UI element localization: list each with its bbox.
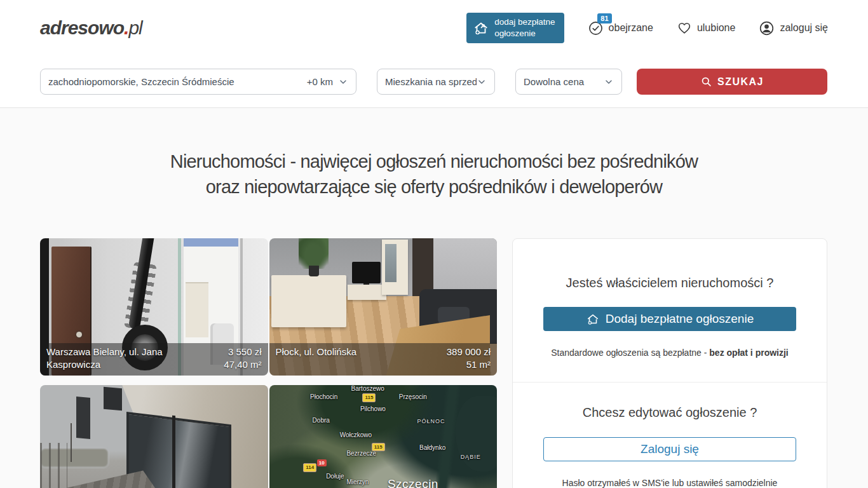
login-link[interactable]: zaloguj się (758, 20, 828, 37)
listing-price: 3 550 zł (224, 346, 261, 358)
add-free-listing-button[interactable]: Dodaj bezpłatne ogłoszenie (543, 307, 796, 331)
search-button[interactable]: SZUKAJ (637, 69, 827, 95)
logo-name: adresowo (40, 17, 124, 38)
favorites-label: ulubione (697, 22, 736, 34)
house-plus-icon (473, 20, 489, 36)
listing-card[interactable]: Płock, ul. Otolińska 389 000 zł 51 m² (269, 238, 498, 376)
viewed-label: obejrzane (609, 22, 653, 34)
top-actions: dodaj bezpłatne ogłoszenie 81 obejrzane … (466, 13, 828, 43)
category-value: Mieszkania na sprzeda (385, 76, 477, 87)
search-button-label: SZUKAJ (717, 76, 764, 88)
listing-card[interactable]: Łańcut, ul. Jana Pawła II 5 500 zł (40, 385, 268, 488)
chevron-down-icon (338, 77, 348, 87)
main-content: Nieruchomości - najwięcej ogłoszeń nieru… (0, 108, 868, 488)
listing-price: 389 000 zł (447, 346, 491, 358)
add-free-listing-label: Dodaj bezpłatne ogłoszenie (606, 312, 754, 326)
add-listing-label: dodaj bezpłatne ogłoszenie (494, 17, 555, 39)
search-bar: zachodniopomorskie, Szczecin Śródmieście… (0, 69, 868, 107)
listing-caption: Płock, ul. Otolińska 389 000 zł 51 m² (269, 343, 498, 376)
listing-card[interactable]: Bartoszewo Przęsocin Pilchowo PÓŁNOC Dob… (269, 385, 498, 488)
listing-location: Płock, ul. Otolińska (276, 346, 357, 371)
location-value: zachodniopomorskie, Szczecin Śródmieście (48, 76, 234, 87)
viewed-link[interactable]: 81 obejrzane (587, 20, 653, 37)
edit-note: Hasło otrzymałeś w SMS'ie lub ustawiłeś … (543, 478, 796, 488)
chevron-down-icon (604, 77, 614, 87)
login-label: zaloguj się (780, 22, 828, 34)
page-title: Nieruchomości - najwięcej ogłoszeń nieru… (0, 108, 868, 200)
logo-tld: pl (128, 17, 142, 38)
edit-section: Chcesz edytować ogłoszenie ? Zaloguj się… (513, 382, 827, 488)
category-select[interactable]: Mieszkania na sprzeda (377, 69, 495, 95)
listings-grid: Warszawa Bielany, ul. Jana Kasprowicza 3… (40, 238, 497, 488)
listing-area: 47,40 m² (224, 358, 261, 371)
listing-caption: Warszawa Bielany, ul. Jana Kasprowicza 3… (40, 343, 268, 376)
login-button[interactable]: Zaloguj się (543, 437, 796, 461)
radius-value: +0 km (307, 76, 338, 87)
owner-section: Jesteś właścicielem nieruchomości ? Doda… (513, 239, 827, 382)
topbar: adresowo.pl dodaj bezpłatne ogłoszenie (0, 0, 868, 56)
edit-title: Chcesz edytować ogłoszenie ? (543, 405, 796, 420)
heart-icon (676, 20, 693, 36)
chevron-down-icon (477, 77, 487, 87)
house-plus-icon (586, 312, 600, 326)
login-button-label: Zaloguj się (641, 442, 699, 456)
price-value: Dowolna cena (524, 76, 604, 87)
add-listing-button[interactable]: dodaj bezpłatne ogłoszenie (466, 13, 564, 43)
logo[interactable]: adresowo.pl (40, 17, 142, 39)
map-city-label: Szczecin (388, 477, 438, 488)
listing-location: Warszawa Bielany, ul. Jana Kasprowicza (46, 346, 183, 371)
favorites-link[interactable]: ulubione (676, 20, 736, 36)
check-circle-icon: 81 (587, 20, 604, 37)
price-select[interactable]: Dowolna cena (515, 69, 622, 95)
search-icon (700, 76, 712, 88)
location-input[interactable]: zachodniopomorskie, Szczecin Śródmieście… (40, 69, 356, 95)
sidebar-panel: Jesteś właścicielem nieruchomości ? Doda… (512, 238, 827, 488)
owner-note: Standardowe ogłoszenia są bezpłatne - be… (543, 348, 796, 358)
listing-area: 51 m² (447, 358, 491, 371)
viewed-count-badge: 81 (597, 13, 611, 24)
user-circle-icon (758, 20, 775, 37)
owner-title: Jesteś właścicielem nieruchomości ? (543, 276, 796, 290)
listing-card[interactable]: Warszawa Bielany, ul. Jana Kasprowicza 3… (40, 238, 268, 376)
